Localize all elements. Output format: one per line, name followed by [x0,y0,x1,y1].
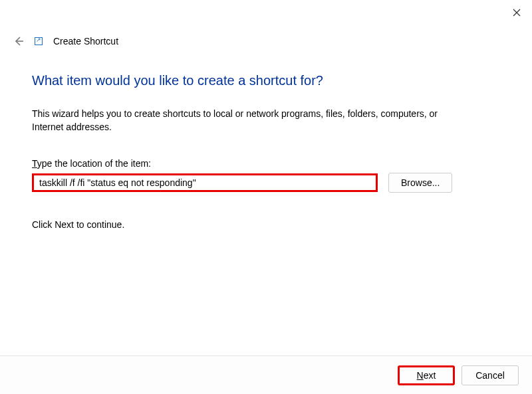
close-icon [513,9,521,17]
page-heading: What item would you like to create a sho… [32,73,500,88]
create-shortcut-wizard: Create Shortcut What item would you like… [0,0,532,394]
content-area: What item would you like to create a sho… [32,73,500,230]
back-arrow-icon [13,35,25,47]
browse-button[interactable]: Browse... [388,173,452,193]
wizard-description: This wizard helps you to create shortcut… [32,107,458,134]
close-button[interactable] [511,7,523,19]
location-row: Browse... [32,173,500,193]
next-button[interactable]: Next [398,365,455,385]
back-button[interactable] [12,35,25,48]
footer-bar: Next Cancel [0,355,532,394]
continue-text: Click Next to continue. [32,219,500,230]
shortcut-icon [33,36,44,47]
location-input[interactable] [32,173,378,192]
header-row: Create Shortcut [12,35,118,48]
window-title: Create Shortcut [53,36,118,47]
cancel-button[interactable]: Cancel [462,365,519,385]
location-label: Type the location of the item: [32,158,500,169]
